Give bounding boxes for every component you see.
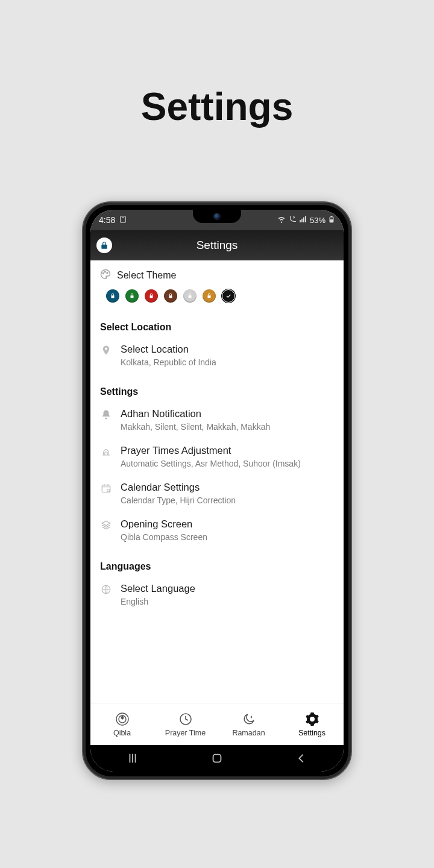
- select-language-item[interactable]: Select Language English: [90, 578, 344, 615]
- volte-icon: [288, 215, 297, 225]
- item-sub: Automatic Settings, Asr Method, Suhoor (…: [121, 459, 334, 468]
- item-title: Select Location: [121, 344, 334, 355]
- battery-icon: [328, 215, 335, 225]
- svg-rect-2: [301, 218, 303, 222]
- bottom-nav: Qibla Prayer Time Ramadan Settings: [90, 703, 344, 745]
- section-heading-location: Select Location: [90, 311, 344, 339]
- compass-icon: [115, 712, 130, 726]
- moon-icon: [242, 712, 256, 726]
- app-header-title: Settings: [90, 239, 344, 252]
- calendar-settings-item[interactable]: Calendar Settings Calendar Type, Hijri C…: [90, 477, 344, 514]
- section-heading-languages: Languages: [90, 550, 344, 578]
- recents-button[interactable]: [126, 752, 139, 765]
- mosque-icon: [100, 445, 112, 468]
- svg-point-10: [107, 272, 108, 274]
- page-title: Settings: [0, 84, 434, 129]
- item-sub: English: [121, 597, 334, 606]
- theme-swatches: [90, 286, 344, 311]
- tab-prayer-time[interactable]: Prayer Time: [154, 703, 217, 745]
- prayer-times-item[interactable]: Prayer Times Adjustment Automatic Settin…: [90, 440, 344, 477]
- content[interactable]: Select Theme: [90, 260, 344, 703]
- lock-icon: [129, 293, 135, 299]
- signal-icon: [299, 215, 307, 225]
- item-title: Prayer Times Adjustment: [121, 445, 334, 456]
- status-time: 4:58: [99, 215, 115, 225]
- status-misc-icon: [119, 215, 127, 225]
- theme-swatch-black[interactable]: [222, 289, 235, 303]
- tab-settings[interactable]: Settings: [280, 703, 344, 745]
- opening-screen-item[interactable]: Opening Screen Qibla Compass Screen: [90, 514, 344, 550]
- item-title: Opening Screen: [121, 518, 334, 530]
- android-nav-bar: [90, 745, 344, 772]
- wifi-icon: [277, 215, 286, 225]
- item-title: Calendar Settings: [121, 482, 334, 493]
- item-title: Adhan Notification: [121, 408, 334, 420]
- back-button[interactable]: [295, 752, 308, 765]
- tab-ramadan[interactable]: Ramadan: [217, 703, 280, 745]
- svg-rect-7: [330, 219, 333, 222]
- screen: 4:58 53%: [90, 210, 344, 772]
- item-sub: Qibla Compass Screen: [121, 532, 334, 542]
- theme-swatch-brown[interactable]: [164, 289, 177, 303]
- lock-icon: [187, 293, 193, 299]
- tab-label: Settings: [298, 729, 326, 737]
- location-pin-icon: [100, 344, 112, 367]
- theme-swatch-green[interactable]: [125, 289, 139, 303]
- select-location-item[interactable]: Select Location Kolkata, Republic of Ind…: [90, 339, 344, 376]
- svg-point-8: [102, 273, 104, 274]
- globe-icon: [100, 583, 112, 606]
- theme-swatch-teal[interactable]: [106, 289, 119, 303]
- item-sub: Makkah, Silent, Silent, Makkah, Makkah: [121, 422, 334, 432]
- svg-point-12: [107, 489, 110, 492]
- item-sub: Calendar Type, Hijri Correction: [121, 495, 334, 505]
- item-title: Select Language: [121, 583, 334, 594]
- app-header: Settings: [90, 230, 344, 260]
- theme-swatch-silver[interactable]: [183, 289, 197, 303]
- bell-icon: [100, 408, 112, 432]
- home-button[interactable]: [210, 752, 224, 765]
- tab-label: Ramadan: [232, 729, 265, 737]
- notch: [193, 210, 241, 223]
- svg-rect-0: [121, 216, 125, 222]
- calendar-icon: [100, 482, 112, 505]
- clock-icon: [178, 712, 193, 726]
- lock-icon: [206, 293, 212, 299]
- battery-text: 53%: [310, 216, 326, 225]
- svg-rect-17: [213, 755, 221, 763]
- tab-label: Prayer Time: [165, 729, 206, 737]
- section-heading-settings: Settings: [90, 376, 344, 403]
- select-theme-label: Select Theme: [117, 270, 176, 281]
- lock-icon: [148, 293, 154, 299]
- layers-icon: [100, 518, 112, 542]
- item-sub: Kolkata, Republic of India: [121, 357, 334, 367]
- theme-swatch-red[interactable]: [145, 289, 158, 303]
- svg-rect-3: [303, 217, 304, 222]
- tab-qibla[interactable]: Qibla: [90, 703, 154, 745]
- select-theme-row: Select Theme: [90, 260, 344, 286]
- lock-icon: [110, 293, 116, 299]
- gear-icon: [305, 712, 319, 726]
- tab-label: Qibla: [113, 729, 131, 737]
- svg-rect-1: [300, 220, 301, 222]
- check-icon: [225, 293, 231, 299]
- svg-rect-6: [331, 216, 333, 217]
- phone-frame: 4:58 53%: [82, 201, 352, 780]
- svg-rect-4: [305, 216, 306, 222]
- theme-swatch-gold[interactable]: [203, 289, 216, 303]
- palette-icon: [100, 269, 111, 282]
- lock-icon: [168, 293, 174, 299]
- svg-rect-11: [102, 485, 110, 492]
- adhan-notification-item[interactable]: Adhan Notification Makkah, Silent, Silen…: [90, 403, 344, 440]
- svg-point-9: [104, 271, 105, 272]
